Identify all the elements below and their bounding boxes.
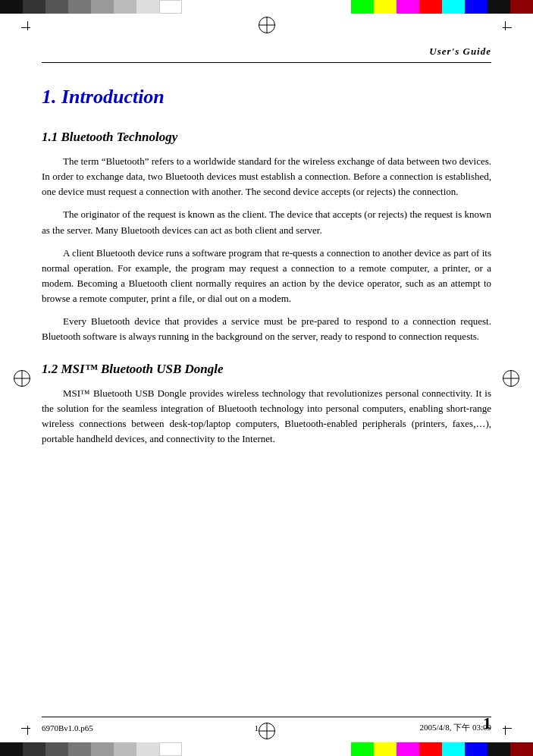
color-bar-segment: [351, 0, 374, 14]
color-bar-segment: [374, 0, 397, 14]
color-bar-segment: [23, 0, 45, 14]
color-bar-segment: [114, 0, 136, 14]
color-bar-segment: [136, 0, 159, 14]
color-bar-segment: [442, 742, 465, 756]
corner-mark-br: [497, 720, 512, 735]
color-bar-segment: [0, 742, 23, 756]
bottom-color-bar: [0, 742, 533, 756]
color-bar-gap: [182, 0, 351, 14]
footer-left: 6970Bv1.0.p65: [42, 723, 93, 732]
section-1: 1.1 Bluetooth Technology The term “Bluet…: [42, 130, 491, 345]
section-1-para-4: Every Bluetooth device that provides a s…: [42, 314, 491, 344]
color-bar-segment: [91, 742, 114, 756]
section-2-para-1: MSI™ Bluetooth USB Dongle provides wirel…: [42, 386, 491, 447]
color-bar-segment: [136, 742, 159, 756]
color-bar-segment: [510, 742, 533, 756]
color-bar-segment: [442, 0, 465, 14]
page-content: User's Guide 1. Introduction 1.1 Bluetoo…: [42, 45, 491, 711]
top-color-bar: [0, 0, 533, 14]
crosshair-bottom: [259, 723, 275, 739]
section-2-heading: 1.2 MSI™ Bluetooth USB Dongle: [42, 362, 491, 377]
color-bar-segment: [0, 0, 23, 14]
color-bar-segment: [488, 0, 510, 14]
color-bar-segment: [397, 0, 419, 14]
color-bar-segment: [68, 0, 91, 14]
main-heading: 1. Introduction: [42, 86, 491, 108]
crosshair-left: [14, 370, 30, 387]
section-1-para-3: A client Bluetooth device runs a softwar…: [42, 246, 491, 307]
section-1-heading: 1.1 Bluetooth Technology: [42, 130, 491, 145]
color-bar-segment: [159, 742, 182, 756]
color-bar-segment: [45, 0, 68, 14]
corner-mark-tl: [21, 21, 36, 36]
color-bar-segment: [419, 742, 442, 756]
page-header: User's Guide: [42, 45, 491, 63]
color-bar-segment: [510, 0, 533, 14]
color-bar-segment: [374, 742, 397, 756]
corner-mark-tr: [497, 21, 512, 36]
section-1-para-1: The term “Bluetooth” refers to a worldwi…: [42, 154, 491, 199]
color-bar-gap: [182, 742, 351, 756]
color-bar-segment: [465, 0, 488, 14]
page-number: 1: [483, 714, 491, 733]
color-bar-segment: [488, 742, 510, 756]
color-bar-segment: [159, 0, 182, 14]
section-2: 1.2 MSI™ Bluetooth USB Dongle MSI™ Bluet…: [42, 362, 491, 447]
section-1-para-2: The originator of the request is known a…: [42, 207, 491, 237]
corner-mark-bl: [21, 720, 36, 735]
crosshair-top: [259, 17, 275, 33]
color-bar-segment: [419, 0, 442, 14]
crosshair-right: [503, 370, 519, 387]
footer-right: 2005/4/8, 下午 03:09: [420, 722, 491, 733]
color-bar-segment: [114, 742, 136, 756]
color-bar-segment: [68, 742, 91, 756]
color-bar-segment: [45, 742, 68, 756]
color-bar-segment: [397, 742, 419, 756]
color-bar-segment: [23, 742, 45, 756]
color-bar-segment: [465, 742, 488, 756]
color-bar-segment: [91, 0, 114, 14]
color-bar-segment: [351, 742, 374, 756]
header-title: User's Guide: [429, 45, 491, 58]
